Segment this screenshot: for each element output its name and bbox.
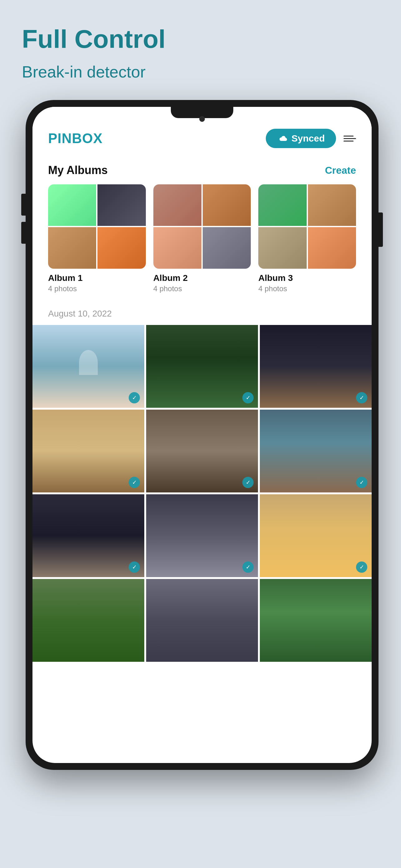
photo-4-check: ✓ xyxy=(129,477,140,488)
album-2-cell-2 xyxy=(203,184,251,226)
synced-badge[interactable]: Synced xyxy=(266,129,336,148)
volume-down-button xyxy=(21,222,26,244)
album-3-cell-3 xyxy=(258,227,306,269)
photo-1-check: ✓ xyxy=(129,392,140,403)
album-item-3[interactable]: Album 3 4 photos xyxy=(258,184,356,293)
photo-cell-5[interactable]: ✓ xyxy=(146,410,258,492)
album-3-cell-4 xyxy=(308,227,356,269)
filter-line-2 xyxy=(343,138,356,139)
filter-icon[interactable] xyxy=(343,135,356,142)
album-2-name: Album 2 xyxy=(153,273,251,283)
album-2-grid xyxy=(153,184,251,269)
album-1-name: Album 1 xyxy=(48,273,146,283)
photo-cell-9[interactable]: ✓ xyxy=(260,494,372,577)
photo-6-check: ✓ xyxy=(356,477,367,488)
album-2-cell-1 xyxy=(153,184,201,226)
photo-7-check: ✓ xyxy=(129,561,140,573)
album-item-1[interactable]: Album 1 4 photos xyxy=(48,184,146,293)
album-1-cell-1 xyxy=(48,184,96,226)
synced-label: Synced xyxy=(291,133,325,144)
album-3-cell-1 xyxy=(258,184,306,226)
album-3-cell-2 xyxy=(308,184,356,226)
phone-camera xyxy=(199,116,205,122)
album-3-grid xyxy=(258,184,356,269)
album-2-cell-3 xyxy=(153,227,201,269)
date-label: August 10, 2022 xyxy=(48,309,356,319)
phone-side-buttons-left xyxy=(21,194,26,244)
photo-cell-4[interactable]: ✓ xyxy=(32,410,144,492)
filter-line-3 xyxy=(343,141,354,142)
date-section: August 10, 2022 xyxy=(32,296,372,325)
photo-grid: ✓ ✓ ✓ ✓ ✓ ✓ ✓ xyxy=(32,325,372,662)
page-headline: Full Control xyxy=(22,25,382,53)
photo-cell-7[interactable]: ✓ xyxy=(32,494,144,577)
header-right: Synced xyxy=(266,129,356,148)
photo-9-check: ✓ xyxy=(356,561,367,573)
photo-cell-3[interactable]: ✓ xyxy=(260,325,372,408)
album-1-cell-4 xyxy=(97,227,145,269)
app-logo: PINBOX xyxy=(48,131,103,146)
page-subtitle: Break-in detector xyxy=(22,62,382,81)
photo-5-check: ✓ xyxy=(242,477,254,488)
power-button xyxy=(378,213,383,247)
phone-screen: PINBOX Synced My xyxy=(32,107,372,763)
album-3-name: Album 3 xyxy=(258,273,356,283)
volume-up-button xyxy=(21,194,26,216)
albums-row: Album 1 4 photos Album 2 4 photos xyxy=(32,184,372,296)
page-wrapper: Full Control Break-in detector PINBOX xyxy=(0,0,401,868)
cloud-icon xyxy=(277,134,288,143)
photo-cell-6[interactable]: ✓ xyxy=(260,410,372,492)
album-2-cell-4 xyxy=(203,227,251,269)
create-button[interactable]: Create xyxy=(325,165,356,176)
album-3-count: 4 photos xyxy=(258,284,356,293)
photo-cell-11[interactable] xyxy=(146,579,258,662)
photo-3-check: ✓ xyxy=(356,392,367,403)
filter-line-1 xyxy=(343,135,354,136)
photo-cell-1[interactable]: ✓ xyxy=(32,325,144,408)
albums-section-header: My Albums Create xyxy=(32,157,372,184)
album-1-count: 4 photos xyxy=(48,284,146,293)
photo-cell-12[interactable] xyxy=(260,579,372,662)
phone-notch xyxy=(171,107,233,118)
photo-8-check: ✓ xyxy=(242,561,254,573)
photo-cell-2[interactable]: ✓ xyxy=(146,325,258,408)
album-1-cell-3 xyxy=(48,227,96,269)
album-item-2[interactable]: Album 2 4 photos xyxy=(153,184,251,293)
phone-frame: PINBOX Synced My xyxy=(26,100,378,770)
my-albums-title: My Albums xyxy=(48,164,108,177)
album-1-cell-2 xyxy=(97,184,145,226)
phone-side-buttons-right xyxy=(378,213,383,247)
album-2-count: 4 photos xyxy=(153,284,251,293)
album-1-grid xyxy=(48,184,146,269)
photo-cell-10[interactable] xyxy=(32,579,144,662)
photo-2-check: ✓ xyxy=(242,392,254,403)
photo-cell-8[interactable]: ✓ xyxy=(146,494,258,577)
